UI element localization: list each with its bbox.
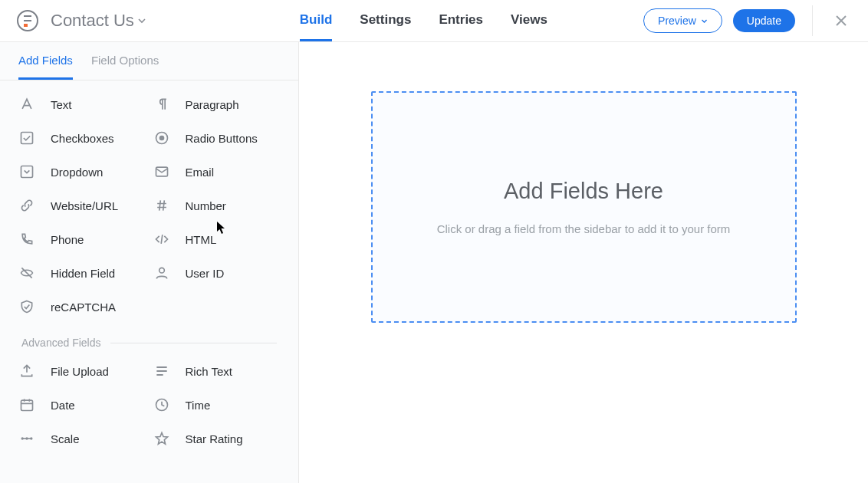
field-item-star-rating[interactable]: Star Rating xyxy=(153,430,281,447)
sidebar: Add Fields Field Options TextParagraphCh… xyxy=(0,42,299,483)
drop-zone[interactable]: Add Fields Here Click or drag a field fr… xyxy=(371,91,797,323)
user-icon xyxy=(153,264,170,281)
field-item-checkboxes[interactable]: Checkboxes xyxy=(18,130,146,146)
header-actions: Preview Update xyxy=(643,5,853,36)
basic-fields-list: TextParagraphCheckboxesRadio ButtonsDrop… xyxy=(0,80,298,315)
email-icon xyxy=(153,163,170,180)
field-label: Radio Buttons xyxy=(186,132,258,145)
checkbox-icon xyxy=(18,130,35,146)
field-item-paragraph[interactable]: Paragraph xyxy=(153,96,281,113)
richtext-icon xyxy=(153,363,170,380)
divider-line xyxy=(110,343,277,343)
phone-icon xyxy=(18,231,35,248)
field-label: Paragraph xyxy=(186,98,239,111)
svg-rect-5 xyxy=(21,166,33,178)
clock-icon xyxy=(153,396,170,413)
field-item-email[interactable]: Email xyxy=(153,163,281,180)
field-label: Scale xyxy=(51,432,80,445)
field-label: Rich Text xyxy=(186,365,232,378)
update-button[interactable]: Update xyxy=(733,9,795,32)
field-item-user-id[interactable]: User ID xyxy=(153,264,281,281)
field-item-phone[interactable]: Phone xyxy=(18,231,146,248)
field-item-file-upload[interactable]: File Upload xyxy=(18,363,146,380)
advanced-fields-label: Advanced Fields xyxy=(21,337,101,349)
code-icon xyxy=(153,231,170,248)
field-label: reCAPTCHA xyxy=(51,301,116,314)
svg-rect-8 xyxy=(21,400,33,410)
form-canvas: Add Fields Here Click or drag a field fr… xyxy=(299,42,868,483)
text-icon xyxy=(18,96,35,113)
radio-icon xyxy=(153,130,170,146)
app-header: Contact Us Build Settings Entries Views … xyxy=(0,0,868,42)
field-label: User ID xyxy=(186,267,225,280)
form-title: Contact Us xyxy=(51,11,134,31)
field-item-text[interactable]: Text xyxy=(18,96,146,113)
drop-zone-title: Add Fields Here xyxy=(504,179,663,204)
preview-label: Preview xyxy=(658,15,696,27)
field-item-date[interactable]: Date xyxy=(18,396,146,413)
advanced-fields-list: File UploadRich TextDateTimeScaleStar Ra… xyxy=(0,363,298,447)
sidebar-tab-field-options[interactable]: Field Options xyxy=(91,42,159,80)
main-tabs: Build Settings Entries Views xyxy=(300,0,547,41)
form-title-dropdown[interactable]: Contact Us xyxy=(51,11,146,31)
upload-icon xyxy=(18,363,35,380)
field-item-dropdown[interactable]: Dropdown xyxy=(18,163,146,180)
field-label: HTML xyxy=(186,233,217,246)
app-logo-icon xyxy=(15,8,40,33)
scale-icon xyxy=(18,430,35,447)
dropdown-icon xyxy=(18,163,35,180)
field-label: Email xyxy=(186,166,215,179)
svg-point-4 xyxy=(159,136,164,141)
field-label: Checkboxes xyxy=(51,132,114,145)
field-label: Website/URL xyxy=(51,199,118,212)
tab-build[interactable]: Build xyxy=(300,0,333,41)
field-label: Phone xyxy=(51,233,84,246)
svg-point-7 xyxy=(159,268,164,273)
field-label: File Upload xyxy=(51,365,109,378)
field-item-rich-text[interactable]: Rich Text xyxy=(153,363,281,380)
shield-icon xyxy=(18,298,35,315)
divider xyxy=(812,5,813,36)
paragraph-icon xyxy=(153,96,170,113)
field-label: Number xyxy=(186,199,226,212)
chevron-down-icon xyxy=(137,16,146,25)
field-item-recaptcha[interactable]: reCAPTCHA xyxy=(18,298,146,315)
preview-button[interactable]: Preview xyxy=(643,8,722,33)
sidebar-tab-add-fields[interactable]: Add Fields xyxy=(18,42,73,80)
field-item-html[interactable]: HTML xyxy=(153,231,281,248)
field-label: Time xyxy=(186,399,211,412)
star-icon xyxy=(153,430,170,447)
field-item-radio-buttons[interactable]: Radio Buttons xyxy=(153,130,281,146)
advanced-fields-divider: Advanced Fields xyxy=(0,337,298,349)
field-label: Dropdown xyxy=(51,166,103,179)
field-item-time[interactable]: Time xyxy=(153,396,281,413)
calendar-icon xyxy=(18,396,35,413)
hidden-icon xyxy=(18,264,35,281)
field-label: Date xyxy=(51,399,75,412)
svg-rect-2 xyxy=(21,133,33,144)
drop-zone-subtitle: Click or drag a field from the sidebar t… xyxy=(437,222,731,235)
hash-icon xyxy=(153,197,170,214)
field-label: Text xyxy=(51,98,72,111)
field-item-number[interactable]: Number xyxy=(153,197,281,214)
link-icon xyxy=(18,197,35,214)
close-icon xyxy=(834,14,848,28)
field-item-hidden-field[interactable]: Hidden Field xyxy=(18,264,146,281)
svg-rect-1 xyxy=(24,24,28,27)
field-label: Star Rating xyxy=(186,432,243,445)
field-label: Hidden Field xyxy=(51,267,115,280)
chevron-down-icon xyxy=(701,18,708,25)
tab-views[interactable]: Views xyxy=(511,0,547,41)
sidebar-tabs: Add Fields Field Options xyxy=(0,42,298,80)
field-item-website-url[interactable]: Website/URL xyxy=(18,197,146,214)
field-item-scale[interactable]: Scale xyxy=(18,430,146,447)
tab-entries[interactable]: Entries xyxy=(439,0,483,41)
tab-settings[interactable]: Settings xyxy=(360,0,411,41)
close-button[interactable] xyxy=(830,9,853,32)
